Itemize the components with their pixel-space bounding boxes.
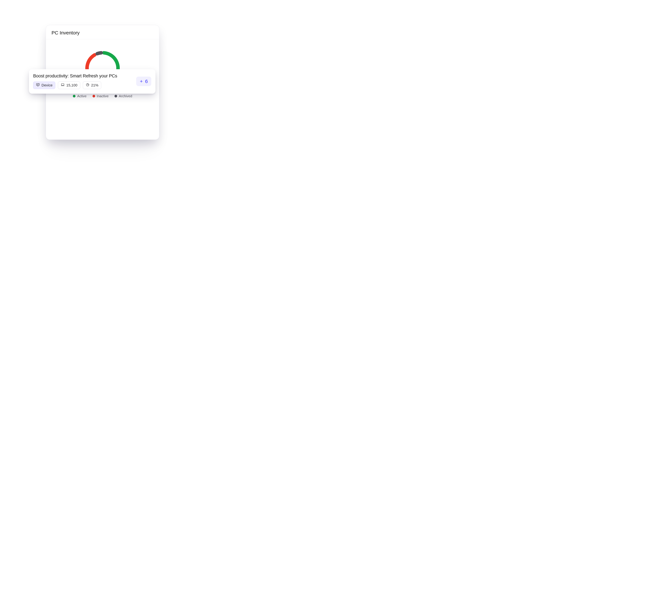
chip-label: Device	[41, 83, 52, 87]
legend-label: Archived	[119, 94, 132, 98]
card-title: PC Inventory	[51, 30, 153, 36]
legend-dot-icon	[73, 95, 75, 97]
donut-segment-archived	[97, 53, 101, 54]
banner-title: Boost productivity: Smart Refresh your P…	[33, 73, 133, 79]
chip-21-[interactable]: 21%	[83, 82, 101, 89]
banner-chip-row: Device15,10021%	[33, 82, 133, 89]
more-count-badge[interactable]: + 6	[136, 77, 151, 86]
legend-label: Inactive	[97, 94, 109, 98]
legend-item-archived: Archived	[114, 94, 132, 98]
legend-dot-icon	[114, 95, 117, 97]
legend-item-inactive: Inactive	[92, 94, 109, 98]
laptop-icon	[61, 83, 65, 88]
legend-dot-icon	[92, 95, 95, 97]
monitor-metrics-icon	[36, 83, 40, 88]
chip-label: 21%	[91, 83, 98, 87]
card-header: PC Inventory	[46, 25, 159, 39]
chip-15-100[interactable]: 15,100	[58, 82, 80, 89]
pie-chart-icon	[86, 83, 90, 88]
chip-device[interactable]: Device	[33, 82, 55, 89]
svg-rect-1	[61, 84, 64, 85]
chip-label: 15,100	[66, 83, 77, 87]
chart-legend: ActiveInactiveArchived	[73, 94, 132, 98]
legend-label: Active	[77, 94, 86, 98]
recommendation-banner[interactable]: Boost productivity: Smart Refresh your P…	[29, 69, 155, 94]
legend-item-active: Active	[73, 94, 86, 98]
